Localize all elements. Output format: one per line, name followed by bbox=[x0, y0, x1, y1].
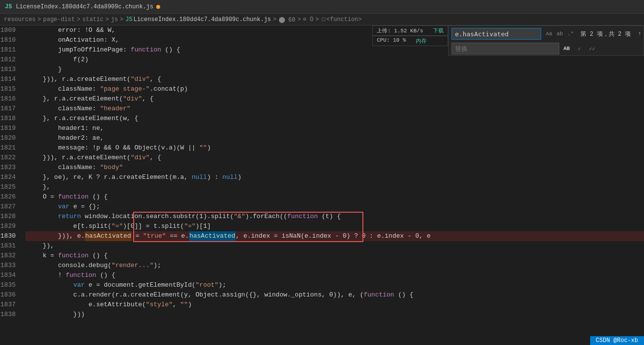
status-text: CSDN @Roc-xb bbox=[596, 337, 638, 344]
line-num-1832: 1832 bbox=[0, 251, 20, 261]
line-num-1818: 1818 bbox=[0, 114, 20, 123]
prev-match-btn[interactable]: ↑ bbox=[635, 29, 644, 39]
code-line-1823: className: "body" bbox=[25, 163, 644, 172]
line-num-1827: 1827 bbox=[0, 202, 20, 212]
line-num-1814: 1814 bbox=[0, 74, 20, 84]
line-num-1835: 1835 bbox=[0, 280, 20, 290]
replace-input[interactable] bbox=[452, 43, 559, 54]
file-icon: JS bbox=[5, 3, 12, 10]
upload-stat: 上传: 1.52 KB/s bbox=[377, 27, 423, 34]
perf-overlay: 上传: 1.52 KB/s 下载 CPU: 10 % 内存 bbox=[372, 25, 448, 46]
line-num-1816: 1816 bbox=[0, 94, 20, 104]
code-line-1825: }, bbox=[25, 182, 644, 192]
search-match-2-current: hasActivated bbox=[189, 231, 236, 241]
code-line-1815: className: "page stage-".concat(p) bbox=[25, 84, 644, 94]
search-count: 第 2 项，共 2 项 bbox=[580, 30, 631, 38]
search-icons: Aa ab .* bbox=[544, 29, 575, 39]
whole-word-btn[interactable]: ab bbox=[555, 29, 565, 39]
memory-label: 内存 bbox=[416, 37, 427, 45]
title-bar: JS LicenseIndex.180dd4c7.4da8909c.chunk.… bbox=[0, 0, 644, 14]
line-num-1813: 1813 bbox=[0, 65, 20, 74]
cpu-stat: CPU: 10 % bbox=[377, 37, 405, 45]
search-row: Aa ab .* 第 2 项，共 2 项 ↑ ↓ ≡ × bbox=[449, 26, 644, 42]
download-label: 下载 bbox=[433, 27, 444, 34]
code-line-1820: header2: ae, bbox=[25, 133, 644, 143]
code-line-1822: })), r.a.createElement("div", { bbox=[25, 153, 644, 163]
code-content[interactable]: error: !O && W, onActivation: X, jumpToO… bbox=[25, 25, 644, 345]
ab-btn[interactable]: AB bbox=[561, 43, 572, 54]
line-num-1809: 1809 bbox=[0, 25, 20, 35]
line-num-1833: 1833 bbox=[0, 261, 20, 271]
breadcrumb-file: JS bbox=[125, 16, 132, 23]
code-line-1835: var e = document.getElementById("root"); bbox=[25, 280, 644, 290]
line-num-1815: 1815 bbox=[0, 84, 20, 94]
line-num-1817: 1817 bbox=[0, 104, 20, 114]
code-line-1817: className: "header" bbox=[25, 104, 644, 114]
code-line-1818: }, r.a.createElement(w, { bbox=[25, 114, 644, 123]
line-num-1821: 1821 bbox=[0, 143, 20, 153]
replace-one-btn[interactable]: ✓ bbox=[574, 43, 585, 54]
line-num-1824: 1824 bbox=[0, 172, 20, 182]
code-line-1812: f(2) bbox=[25, 55, 644, 65]
code-line-1838: })) bbox=[25, 310, 644, 320]
code-line-1813: } bbox=[25, 65, 644, 74]
code-line-1814: })), r.a.createElement("div", { bbox=[25, 74, 644, 84]
code-line-1836: c.a.render(r.a.createElement(y, Object.a… bbox=[25, 290, 644, 300]
line-num-1823: 1823 bbox=[0, 163, 20, 172]
code-line-1826: O = function () { bbox=[25, 192, 644, 202]
regex-btn[interactable]: .* bbox=[566, 29, 575, 39]
code-line-1821: message: !p && O && Object(v.a)(W || "") bbox=[25, 143, 644, 153]
code-line-1824: }, oe), re, K ? r.a.createElement(m.a, n… bbox=[25, 172, 644, 182]
line-num-1837: 1837 bbox=[0, 300, 20, 310]
line-num-1834: 1834 bbox=[0, 271, 20, 280]
code-line-1831: }), bbox=[25, 241, 644, 251]
search-bar: Aa ab .* 第 2 项，共 2 项 ↑ ↓ ≡ × AB ✓ ✓✓ bbox=[448, 25, 644, 56]
modified-dot bbox=[156, 5, 160, 9]
replace-row: AB ✓ ✓✓ bbox=[449, 42, 644, 55]
search-match-1: hasActivated bbox=[85, 231, 132, 241]
line-num-1819: 1819 bbox=[0, 123, 20, 133]
code-area: 1809 1810 1811 1812 1813 1814 1815 1816 … bbox=[0, 25, 644, 345]
code-line-1816: }, r.a.createElement("div", { bbox=[25, 94, 644, 104]
line-num-1811: 1811 bbox=[0, 45, 20, 55]
status-bar: CSDN @Roc-xb bbox=[590, 336, 644, 345]
line-num-1812: 1812 bbox=[0, 55, 20, 65]
code-line-1832: k = function () { bbox=[25, 251, 644, 261]
line-num-1829: 1829 bbox=[0, 222, 20, 231]
code-line-1833: console.debug("render..."); bbox=[25, 261, 644, 271]
line-num-1828: 1828 bbox=[0, 212, 20, 222]
line-num-1830: 1830 bbox=[0, 231, 20, 241]
code-line-1834: ! function () { bbox=[25, 271, 644, 280]
line-num-1820: 1820 bbox=[0, 133, 20, 143]
search-input[interactable] bbox=[452, 28, 541, 40]
line-num-1822: 1822 bbox=[0, 153, 20, 163]
case-sensitive-btn[interactable]: Aa bbox=[544, 29, 554, 39]
line-num-1838: 1838 bbox=[0, 310, 20, 320]
code-line-1829: e[t.split("=")[0]] = t.split("=")[1] bbox=[25, 222, 644, 231]
line-num-1836: 1836 bbox=[0, 290, 20, 300]
title-bar-text: LicenseIndex.180dd4c7.4da8909c.chunk.js bbox=[16, 3, 153, 10]
replace-all-btn[interactable]: ✓✓ bbox=[587, 43, 597, 54]
code-line-1827: var e = {}; bbox=[25, 202, 644, 212]
code-line-1837: e.setAttribute("style", "") bbox=[25, 300, 644, 310]
search-nav-btns: ↑ ↓ ≡ × bbox=[635, 29, 644, 39]
breadcrumb: resources > page-dist > static > js > JS… bbox=[0, 14, 644, 25]
code-line-1819: header1: ne, bbox=[25, 123, 644, 133]
line-num-1810: 1810 bbox=[0, 35, 20, 45]
code-line-1830: 💡 })), e.hasActivated = "true" == e.hasA… bbox=[25, 231, 644, 241]
code-line-1828: return window.location.search.substr(1).… bbox=[25, 212, 644, 222]
line-num-1825: 1825 bbox=[0, 182, 20, 192]
line-num-1831: 1831 bbox=[0, 241, 20, 251]
line-num-1826: 1826 bbox=[0, 192, 20, 202]
line-numbers: 1809 1810 1811 1812 1813 1814 1815 1816 … bbox=[0, 25, 25, 345]
